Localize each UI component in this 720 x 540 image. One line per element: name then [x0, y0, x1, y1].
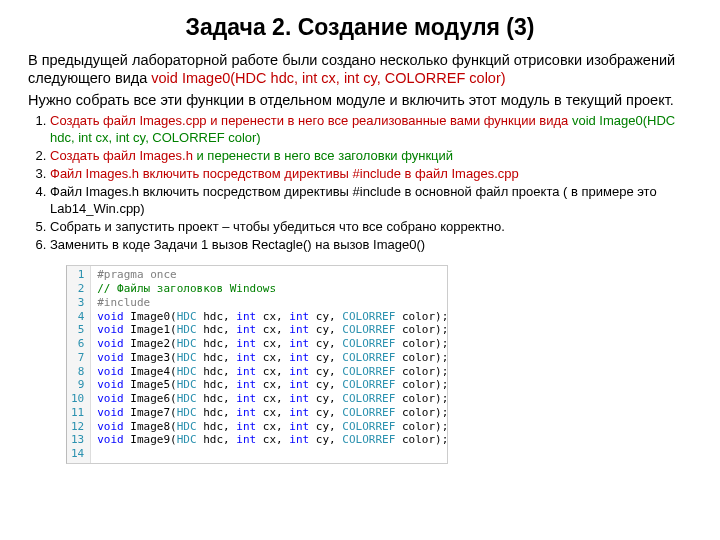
- steps-list: Создать файл Images.cpp и перенести в не…: [28, 113, 692, 253]
- step-text: Файл Images.h включить посредством дирек…: [50, 184, 657, 215]
- step-text: Заменить в коде Задачи 1 вызов Rectagle(…: [50, 237, 425, 252]
- step-item: Создать файл Images.h и перенести в него…: [50, 148, 692, 164]
- step-item: Собрать и запустить проект – чтобы убеди…: [50, 219, 692, 235]
- code-block: 1 2 3 4 5 6 7 8 9 10 11 12 13 14 #pragma…: [66, 265, 448, 464]
- step-text: Создать файл Images.cpp и перенести в не…: [50, 113, 572, 128]
- code-gutter: 1 2 3 4 5 6 7 8 9 10 11 12 13 14: [67, 266, 91, 463]
- step-text: Создать файл Images.h: [50, 148, 197, 163]
- intro-p2: Нужно собрать все эти функции в отдельно…: [28, 91, 692, 109]
- intro-p1-signature: void Image0(HDC hdc, int cx, int cy, COL…: [151, 70, 505, 86]
- step-text-extra: и перенести в него все заголовки функций: [197, 148, 454, 163]
- step-text: Собрать и запустить проект – чтобы убеди…: [50, 219, 505, 234]
- step-text: Файл Images.h включить посредством дирек…: [50, 166, 519, 181]
- code-lines: #pragma once // Файлы заголовков Windows…: [91, 266, 454, 463]
- step-item: Файл Images.h включить посредством дирек…: [50, 184, 692, 217]
- step-item: Файл Images.h включить посредством дирек…: [50, 166, 692, 182]
- slide: Задача 2. Создание модуля (3) В предыдущ…: [0, 0, 720, 464]
- step-item: Создать файл Images.cpp и перенести в не…: [50, 113, 692, 146]
- slide-title: Задача 2. Создание модуля (3): [28, 14, 692, 41]
- step-item: Заменить в коде Задачи 1 вызов Rectagle(…: [50, 237, 692, 253]
- intro-p1: В предыдущей лабораторной работе были со…: [28, 51, 692, 87]
